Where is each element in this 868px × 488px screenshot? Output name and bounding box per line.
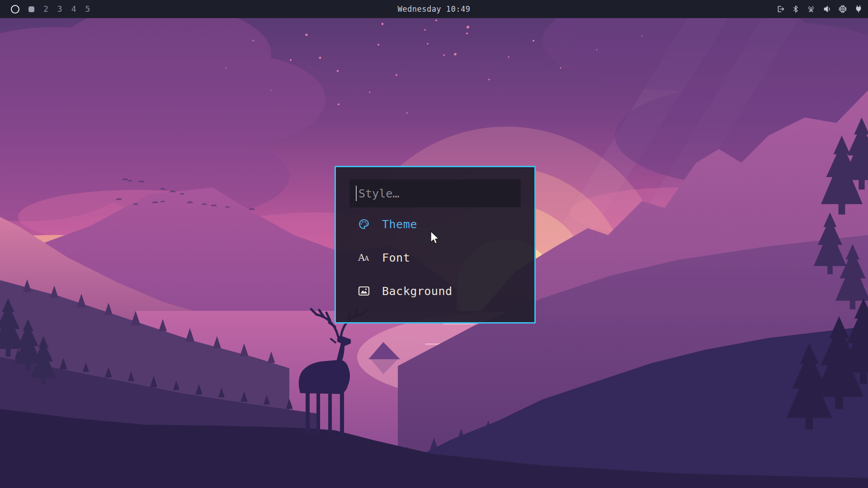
volume-icon[interactable]: [823, 5, 831, 13]
font-icon: A A: [358, 252, 370, 263]
clock[interactable]: Wednesday 10:49: [397, 0, 470, 18]
svg-text:A: A: [364, 255, 369, 262]
workspace-switcher: 2 3 4 5: [11, 5, 90, 14]
top-bar: 2 3 4 5 Wednesday 10:49: [0, 0, 868, 18]
workspace-button-5[interactable]: 5: [85, 5, 90, 13]
style-search-input[interactable]: [349, 179, 521, 207]
launcher-icon[interactable]: [11, 5, 19, 14]
bluetooth-icon[interactable]: [793, 5, 799, 13]
system-tray: [776, 5, 863, 13]
menu-item-label: Theme: [382, 218, 417, 231]
style-dialog: Theme A A Font Background: [335, 166, 536, 324]
power-plug-icon[interactable]: [854, 5, 863, 13]
palette-icon: [358, 218, 370, 230]
workspace-button-3[interactable]: 3: [57, 5, 62, 13]
menu-item-label: Font: [382, 251, 410, 264]
network-broadcast-icon[interactable]: [807, 5, 816, 13]
menu-item-background[interactable]: Background: [336, 274, 534, 308]
menu-item-theme[interactable]: Theme: [336, 207, 534, 241]
logout-icon[interactable]: [776, 5, 785, 13]
workspace-button-4[interactable]: 4: [71, 5, 76, 13]
cpu-icon[interactable]: [839, 5, 847, 13]
search-field-wrap: [349, 179, 521, 207]
text-caret: [356, 186, 357, 201]
workspace-button-2[interactable]: 2: [43, 5, 48, 13]
menu-item-label: Background: [382, 285, 453, 298]
image-icon: [358, 285, 370, 297]
menu-item-font[interactable]: A A Font: [336, 241, 534, 274]
style-menu: Theme A A Font Background: [336, 207, 534, 308]
workspace-1-active-indicator[interactable]: [28, 6, 34, 12]
